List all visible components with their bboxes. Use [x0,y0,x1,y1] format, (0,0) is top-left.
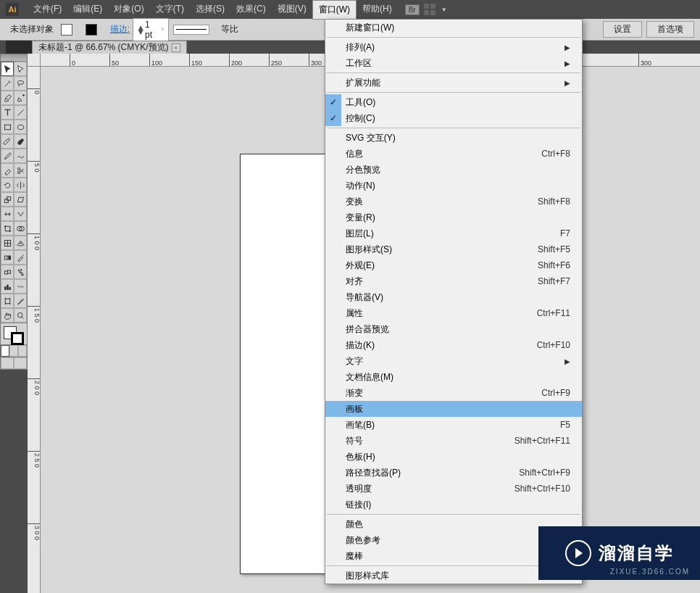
menu-文字[interactable]: 文字(T) [150,0,190,20]
check-icon: ✓ [325,94,341,110]
eraser-tool[interactable] [1,163,14,178]
menu-item-对齐[interactable]: 对齐Shift+F7 [325,273,582,289]
stroke-swatch[interactable]: ▼ [86,24,104,36]
menu-item-新建窗口[interactable]: 新建窗口(W) [325,20,582,36]
spray-tool[interactable] [14,265,27,279]
menu-item-拼合器预览[interactable]: 拼合器预览 [325,321,582,337]
artboard-tool[interactable] [1,294,14,308]
menu-选择[interactable]: 选择(S) [190,0,230,20]
perspective-grid-tool[interactable] [14,236,27,250]
menu-item-工作区[interactable]: 工作区▶ [325,55,582,71]
arrange-icon[interactable] [424,4,436,15]
menu-item-画板[interactable]: 画板 [325,401,582,417]
menu-item-色板[interactable]: 色板(H) [325,449,582,465]
stroke-style[interactable] [173,25,209,35]
type-tool[interactable] [1,105,14,120]
ruler-tick: 5 0 [28,161,41,173]
rotate-tool[interactable] [1,178,14,192]
document-tab[interactable]: 未标题-1 @ 66.67% (CMYK/预览) × [32,41,187,54]
scissors-tool[interactable] [14,163,27,178]
menu-item-符号[interactable]: 符号Shift+Ctrl+F11 [325,433,582,449]
menu-item-描边[interactable]: 描边(K)Ctrl+F10 [325,337,582,353]
settings-button[interactable]: 设置 [603,21,642,38]
menu-item-导航器[interactable]: 导航器(V) [325,289,582,305]
menu-item-图形样式[interactable]: 图形样式(S)Shift+F5 [325,241,582,257]
menu-item-文字[interactable]: 文字▶ [325,353,582,369]
scale-tool[interactable] [1,192,14,207]
lasso-tool[interactable] [14,76,27,91]
reflect-tool[interactable] [14,178,27,192]
add-anchor-tool[interactable] [14,91,27,105]
menu-item-label: 图形样式库 [346,570,389,582]
menu-文件[interactable]: 文件(F) [28,0,67,20]
menu-item-画笔[interactable]: 画笔(B)F5 [325,417,582,433]
screen-mode-row[interactable] [1,357,27,369]
menu-效果[interactable]: 效果(C) [230,0,272,20]
stroke-weight-input[interactable]: ▲▼ 1 pt ▼ [133,18,169,41]
width-tool[interactable] [1,207,14,221]
ellipse-tool[interactable] [14,120,27,134]
rectangle-tool[interactable] [1,120,14,134]
mesh-tool[interactable] [1,236,14,250]
menu-item-信息[interactable]: 信息Ctrl+F8 [325,146,582,162]
blob-brush-tool[interactable] [14,134,27,149]
ruler-origin[interactable] [28,54,41,67]
menu-窗口[interactable]: 窗口(W) [312,0,357,20]
menu-item-外观[interactable]: 外观(E)Shift+F6 [325,257,582,273]
chevron-down-icon[interactable]: ▼ [441,7,447,13]
gradient-tool[interactable] [1,250,14,265]
blend-tool[interactable] [1,265,14,279]
menu-item-图层[interactable]: 图层(L)F7 [325,225,582,241]
slice-tool[interactable] [14,294,27,308]
fill-swatch[interactable]: ▼ [61,24,80,36]
direct-selection-tool[interactable] [14,62,27,76]
color-mode-row[interactable] [1,344,27,357]
menu-item-分色预览[interactable]: 分色预览 [325,162,582,178]
menu-item-链接[interactable]: 链接(I) [325,497,582,513]
menu-item-SVG 交互[interactable]: SVG 交互(Y) [325,130,582,146]
close-tab-icon[interactable]: × [172,43,180,52]
menu-item-属性[interactable]: 属性Ctrl+F11 [325,305,582,321]
menu-item-变量[interactable]: 变量(R) [325,210,582,225]
magic-wand-tool[interactable] [1,76,14,91]
shape-builder-tool[interactable] [14,221,27,236]
menu-item-透明度[interactable]: 透明度Shift+Ctrl+F10 [325,481,582,497]
panel-collapse[interactable] [6,41,32,54]
bridge-icon[interactable]: Br [405,4,420,15]
line-tool[interactable] [14,105,27,120]
menu-item-动作[interactable]: 动作(N) [325,178,582,194]
menu-帮助[interactable]: 帮助(H) [357,0,398,20]
warp-tool[interactable] [14,207,27,221]
vertical-ruler[interactable]: 05 01 0 01 5 02 0 02 5 03 0 0 [28,67,41,593]
menu-item-label: 属性 [346,307,363,320]
pen-tool[interactable] [1,91,14,105]
menu-编辑[interactable]: 编辑(E) [67,0,108,20]
menu-视图[interactable]: 视图(V) [272,0,312,20]
hand-tool[interactable] [1,308,14,323]
pencil-tool[interactable] [1,149,14,163]
menu-item-排列[interactable]: 排列(A)▶ [325,39,582,55]
menu-item-文档信息[interactable]: 文档信息(M) [325,369,582,385]
svg-point-4 [17,171,20,173]
fill-stroke-swatches[interactable] [1,323,27,344]
menu-item-渐变[interactable]: 渐变Ctrl+F9 [325,385,582,401]
toolbox-grip[interactable] [1,54,27,62]
zoom-tool[interactable] [14,308,27,323]
menu-item-路径查找器[interactable]: 路径查找器(P)Shift+Ctrl+F9 [325,465,582,481]
menu-对象[interactable]: 对象(O) [108,0,149,20]
preferences-button[interactable]: 首选项 [646,21,694,38]
menu-item-变换[interactable]: 变换Shift+F8 [325,194,582,210]
selection-tool[interactable] [1,62,14,76]
menu-item-控制[interactable]: ✓控制(C) [325,110,582,126]
smooth-tool[interactable] [14,149,27,163]
paintbrush-tool[interactable] [1,134,14,149]
shear-tool[interactable] [14,192,27,207]
wrinkle-tool[interactable] [14,279,27,294]
stroke-link[interactable]: 描边: [110,23,130,36]
column-graph-tool[interactable] [1,279,14,294]
ruler-tick: 250 [269,54,282,67]
menu-item-工具[interactable]: ✓工具(O) [325,94,582,110]
free-transform-tool[interactable] [1,221,14,236]
eyedropper-tool[interactable] [14,250,27,265]
menu-item-扩展功能[interactable]: 扩展功能▶ [325,75,582,91]
